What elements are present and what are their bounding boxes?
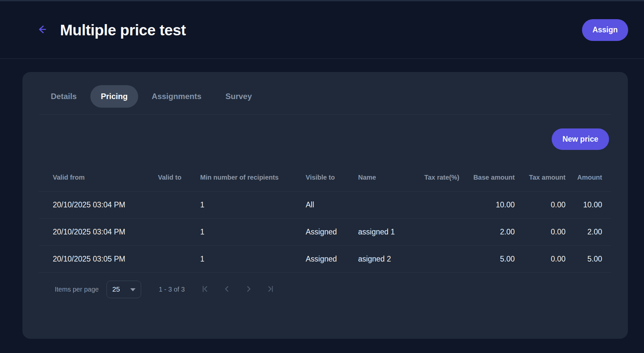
paginator: Items per page 25 1 - 3 of 3	[39, 273, 611, 306]
cell-min-recipients: 1	[191, 228, 300, 236]
cell-valid-from: 20/10/2025 03:05 PM	[39, 255, 151, 264]
cell-visible-to: All	[300, 200, 353, 209]
tab-details[interactable]: Details	[40, 85, 87, 108]
first-page-button[interactable]	[197, 281, 213, 297]
cell-base-amount: 10.00	[462, 200, 517, 209]
chevron-right-icon	[244, 285, 253, 294]
cell-base-amount: 2.00	[462, 228, 517, 236]
tab-assignments[interactable]: Assignments	[141, 85, 212, 108]
page-range-label: 1 - 3 of 3	[159, 286, 185, 293]
tab-bar: Details Pricing Assignments Survey	[40, 85, 628, 108]
table-row[interactable]: 20/10/2025 03:05 PM 1 Assigned asigned 2…	[39, 246, 611, 273]
column-header-valid-from: Valid from	[39, 174, 151, 181]
next-page-button[interactable]	[241, 281, 257, 297]
back-button[interactable]	[34, 23, 49, 37]
items-per-page-select[interactable]: 25	[107, 281, 141, 298]
pricing-card: Details Pricing Assignments Survey New p…	[22, 72, 628, 339]
previous-page-button[interactable]	[219, 281, 235, 297]
pricing-toolbar: New price	[22, 115, 628, 150]
caret-down-icon	[130, 286, 136, 293]
column-header-tax-amount: Tax amount	[517, 174, 568, 181]
column-header-min-recipients: Min number of recipients	[191, 174, 300, 181]
column-header-visible-to: Visible to	[300, 174, 353, 181]
table-header-row: Valid from Valid to Min number of recipi…	[39, 150, 611, 192]
cell-tax-amount: 0.00	[517, 200, 568, 209]
chevron-left-icon	[223, 285, 231, 294]
cell-visible-to: Assigned	[300, 255, 353, 264]
cell-name: asigned 2	[353, 255, 418, 264]
column-header-amount: Amount	[568, 174, 611, 181]
cell-min-recipients: 1	[191, 200, 300, 209]
page-title: Multiple price test	[60, 21, 186, 39]
cell-tax-amount: 0.00	[517, 228, 568, 236]
tab-survey[interactable]: Survey	[215, 85, 262, 108]
column-header-tax-rate: Tax rate(%)	[418, 174, 462, 181]
page-size-value: 25	[112, 285, 120, 293]
column-header-valid-to: Valid to	[151, 174, 191, 181]
page-header: Multiple price test Assign	[0, 1, 644, 59]
paginator-nav	[197, 281, 278, 297]
column-header-base-amount: Base amount	[462, 174, 517, 181]
cell-name: assigned 1	[353, 228, 418, 236]
items-per-page-label: Items per page	[55, 286, 99, 293]
table-row[interactable]: 20/10/2025 03:04 PM 1 All 10.00 0.00 10.…	[39, 192, 611, 219]
cell-visible-to: Assigned	[300, 228, 353, 236]
new-price-button[interactable]: New price	[552, 128, 609, 150]
table-row[interactable]: 20/10/2025 03:04 PM 1 Assigned assigned …	[39, 219, 611, 246]
cell-base-amount: 5.00	[462, 255, 517, 264]
last-page-icon	[266, 285, 275, 294]
cell-amount: 5.00	[568, 255, 611, 264]
tab-pricing[interactable]: Pricing	[90, 85, 138, 108]
cell-amount: 2.00	[568, 228, 611, 236]
assign-button[interactable]: Assign	[582, 19, 628, 41]
pricing-table: Valid from Valid to Min number of recipi…	[39, 150, 611, 306]
cell-valid-from: 20/10/2025 03:04 PM	[39, 228, 151, 236]
first-page-icon	[201, 285, 209, 294]
cell-min-recipients: 1	[191, 255, 300, 264]
column-header-name: Name	[353, 174, 418, 181]
cell-amount: 10.00	[568, 200, 611, 209]
arrow-left-icon	[35, 23, 48, 37]
cell-tax-amount: 0.00	[517, 255, 568, 264]
cell-valid-from: 20/10/2025 03:04 PM	[39, 200, 151, 209]
last-page-button[interactable]	[262, 281, 278, 297]
